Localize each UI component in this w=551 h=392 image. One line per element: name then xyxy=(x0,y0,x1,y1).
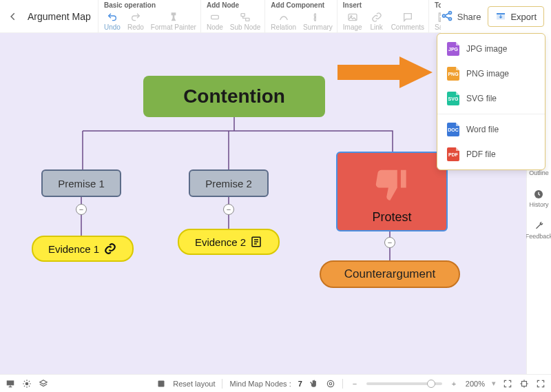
svg-rect-1 xyxy=(241,14,245,17)
chevron-left-icon xyxy=(8,12,18,21)
node-protest[interactable]: Protest xyxy=(336,152,448,231)
note-icon xyxy=(250,236,262,248)
zoom-slider[interactable] xyxy=(366,382,442,385)
export-png[interactable]: PNGPNG image xyxy=(437,61,545,86)
reset-layout-icon xyxy=(156,379,166,389)
svg-rect-19 xyxy=(158,380,165,386)
doc-file-icon: DOC xyxy=(447,123,459,136)
node-counterargument[interactable]: Counterargument xyxy=(320,260,460,288)
pdf-file-icon: PDF xyxy=(447,147,459,161)
svg-rect-2 xyxy=(246,18,249,21)
node-evidence-2[interactable]: Evidence 2 xyxy=(178,229,280,255)
subnode-button[interactable]: Sub Node xyxy=(230,11,260,31)
group-addcomp-label: Add Component xyxy=(271,1,333,11)
export-svg[interactable]: SVGSVG file xyxy=(437,86,545,111)
share-button[interactable]: Share xyxy=(441,10,481,24)
zoom-thumb[interactable] xyxy=(427,380,435,388)
nodes-count: 7 xyxy=(298,380,302,388)
fit-icon[interactable] xyxy=(503,379,512,389)
zoom-in-button[interactable]: + xyxy=(449,379,459,389)
redo-button[interactable]: Redo xyxy=(127,11,144,31)
center-icon[interactable] xyxy=(519,379,529,389)
bottom-bar: Reset layout Mind Map Nodes : 7 − + 200%… xyxy=(0,374,551,392)
toolbar: Argument Map Basic operation Undo Redo F… xyxy=(0,0,551,33)
collapse-toggle-protest[interactable]: − xyxy=(384,237,395,248)
subnode-icon xyxy=(239,11,251,23)
node-icon xyxy=(209,11,221,23)
redo-icon xyxy=(129,11,142,23)
link-icon xyxy=(103,242,117,256)
clock-icon xyxy=(533,189,544,200)
fullscreen-icon[interactable] xyxy=(536,379,545,389)
summary-button[interactable]: Summary xyxy=(303,11,333,31)
svg-point-21 xyxy=(329,382,332,385)
group-insert: Insert Image Link Comments xyxy=(337,0,428,32)
image-icon xyxy=(346,11,359,23)
zoom-out-button[interactable]: − xyxy=(350,379,360,389)
export-word[interactable]: DOCWord file xyxy=(437,117,545,142)
svg-marker-15 xyxy=(337,56,433,88)
nodes-label: Mind Map Nodes : xyxy=(229,380,291,388)
thumbs-down-icon xyxy=(371,165,413,207)
svg-rect-22 xyxy=(522,381,527,386)
png-file-icon: PNG xyxy=(447,67,459,81)
link-icon xyxy=(371,11,383,23)
layers-icon[interactable] xyxy=(39,379,48,389)
relation-button[interactable]: Relation xyxy=(271,11,296,31)
export-button[interactable]: Export xyxy=(488,6,544,27)
node-contention[interactable]: Contention xyxy=(143,76,325,117)
svg-rect-17 xyxy=(7,380,14,385)
node-premise-1[interactable]: Premise 1 xyxy=(41,169,121,197)
export-icon xyxy=(495,10,506,23)
group-basic-label: Basic operation xyxy=(104,1,196,11)
node-button[interactable]: Node xyxy=(207,11,223,31)
group-addcomp: Add Component Relation Summary xyxy=(264,0,337,32)
svg-file-icon: SVG xyxy=(447,92,459,105)
export-separator xyxy=(437,114,545,114)
relation-icon xyxy=(278,11,290,23)
svg-point-18 xyxy=(25,382,29,385)
export-label: Export xyxy=(510,12,537,22)
svg-rect-0 xyxy=(211,15,219,19)
presentation-icon[interactable] xyxy=(6,379,15,389)
history-button[interactable]: History xyxy=(529,189,548,208)
link-button[interactable]: Link xyxy=(369,11,384,31)
comments-icon xyxy=(402,11,414,23)
share-icon xyxy=(441,10,453,24)
page-title: Argument Map xyxy=(26,0,98,32)
reset-layout-button[interactable]: Reset layout xyxy=(173,380,215,388)
brush-icon xyxy=(167,11,180,23)
collapse-toggle-p1[interactable]: − xyxy=(76,204,87,215)
group-addnode-label: Add Node xyxy=(207,1,260,11)
collapse-toggle-p2[interactable]: − xyxy=(223,204,234,215)
summary-icon xyxy=(311,11,324,23)
group-basic: Basic operation Undo Redo Format Painter xyxy=(98,0,200,32)
zoom-value: 200% xyxy=(466,380,485,388)
target-icon[interactable] xyxy=(326,379,335,389)
undo-icon xyxy=(106,11,118,23)
hand-icon[interactable] xyxy=(309,379,319,389)
node-premise-2[interactable]: Premise 2 xyxy=(189,169,269,197)
wrench-icon xyxy=(534,220,545,231)
image-button[interactable]: Image xyxy=(343,11,362,31)
share-label: Share xyxy=(457,12,481,22)
node-evidence-1[interactable]: Evidence 1 xyxy=(32,236,134,262)
svg-point-20 xyxy=(327,380,333,386)
back-button[interactable] xyxy=(0,0,26,32)
group-insert-label: Insert xyxy=(343,1,424,11)
comments-button[interactable]: Comments xyxy=(391,11,424,31)
brightness-icon[interactable] xyxy=(22,379,32,389)
group-addnode: Add Node Node Sub Node xyxy=(200,0,264,32)
format-painter-button[interactable]: Format Painter xyxy=(151,11,196,31)
export-menu: JPGJPG image PNGPNG image SVGSVG file DO… xyxy=(437,33,545,170)
jpg-file-icon: JPG xyxy=(447,42,459,56)
feedback-button[interactable]: Feedback xyxy=(526,220,551,240)
export-pdf[interactable]: PDFPDF file xyxy=(437,142,545,167)
export-jpg[interactable]: JPGJPG image xyxy=(437,37,545,61)
pointer-arrow-icon xyxy=(337,55,434,90)
right-actions: Share Export xyxy=(441,0,551,33)
undo-button[interactable]: Undo xyxy=(104,11,121,31)
